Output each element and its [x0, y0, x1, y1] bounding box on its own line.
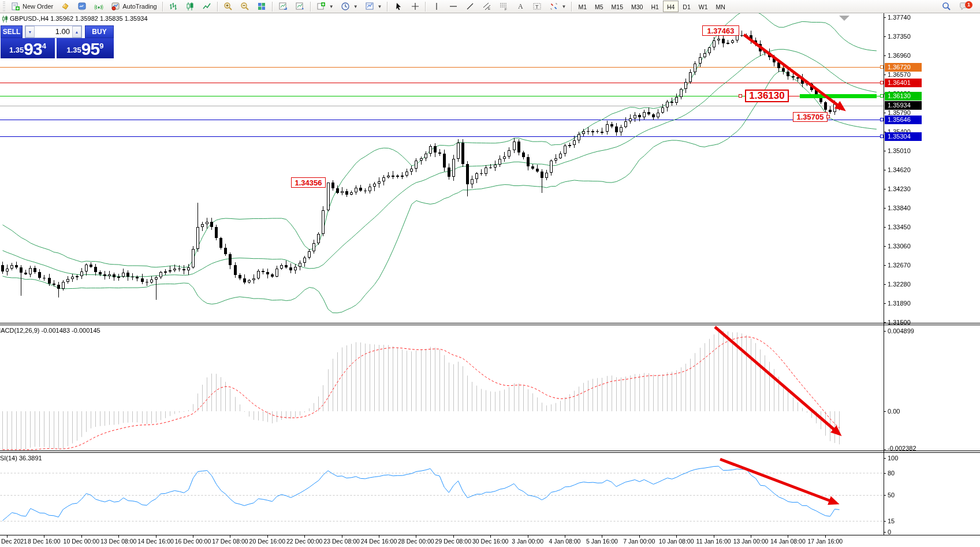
time-axis-label: 30 Dec 16:00 [472, 538, 508, 545]
price-axis-tick: 1.32670 [888, 262, 911, 269]
trendline-button[interactable] [461, 1, 478, 13]
price-axis-tick: 1.33450 [888, 224, 911, 230]
metaeditor-icon [60, 2, 70, 12]
autotrading-icon [110, 2, 120, 12]
price-level-badge: 1.35304 [885, 132, 922, 141]
rsi-axis-tick: 15 [888, 518, 895, 524]
price-axis-tick: 1.36570 [888, 71, 911, 78]
cursor-button[interactable] [390, 1, 407, 13]
period-button[interactable]: ▼ [337, 1, 362, 13]
clock-icon [341, 2, 351, 12]
signals-button[interactable] [90, 1, 107, 13]
tab-timeframe-m30[interactable]: M30 [627, 1, 647, 12]
horizontal-line-button[interactable] [445, 1, 461, 13]
tab-timeframe-m1[interactable]: M1 [574, 1, 591, 12]
tab-timeframe-h1[interactable]: H1 [647, 1, 662, 12]
volume-input[interactable]: 1.00 [35, 26, 72, 38]
level-anchor-handle[interactable] [880, 81, 884, 84]
toolbar-grip[interactable] [3, 2, 5, 11]
time-axis-label: 22 Dec 00:00 [286, 538, 322, 545]
bar-chart-button[interactable] [165, 1, 182, 13]
level-anchor-handle[interactable] [880, 65, 884, 69]
autotrading-button[interactable]: AutoTrading [107, 1, 161, 13]
sell-price-panel[interactable]: 1.35934 [1, 38, 55, 58]
price-axis-tick: 1.34620 [888, 166, 911, 173]
crosshair-button[interactable] [407, 1, 423, 13]
text-label-icon: T [532, 2, 542, 12]
price-shift-marker-icon[interactable] [839, 16, 849, 21]
line-chart-button[interactable] [199, 1, 215, 13]
profile-charts-button[interactable] [275, 1, 292, 13]
template-button[interactable]: ▼ [362, 1, 386, 13]
tab-timeframe-m5[interactable]: M5 [591, 1, 608, 12]
time-axis-label: 29 Dec 08:00 [435, 538, 471, 545]
sell-button[interactable]: SELL [1, 25, 23, 38]
dropdown-caret-icon: ▼ [378, 4, 382, 9]
tab-timeframe-w1[interactable]: W1 [695, 1, 712, 12]
equidistant-channel-button[interactable]: E [478, 1, 495, 13]
price-annotation[interactable]: 1.35705 [793, 112, 828, 122]
add-indicator-button[interactable]: ▼ [313, 1, 337, 13]
rsi-axis-tick: 80 [888, 470, 895, 477]
vertical-line-button[interactable] [428, 1, 445, 13]
time-axis-label: 8 Dec 16:00 [28, 538, 61, 545]
profile-charts-list-button[interactable] [292, 1, 308, 13]
search-button[interactable] [938, 1, 955, 13]
chart-canvas[interactable] [0, 0, 980, 547]
annotation-handle[interactable] [826, 115, 830, 118]
thick-green-level-segment[interactable] [800, 94, 877, 98]
current-price-badge: 1.35934 [885, 101, 922, 110]
price-axis-tick: 1.31890 [888, 300, 911, 307]
text-label-button[interactable]: T [528, 1, 545, 13]
buy-price-panel[interactable]: 1.35959 [57, 38, 114, 58]
dropdown-caret-icon: ▼ [329, 4, 334, 9]
zoom-out-button[interactable] [237, 1, 254, 13]
time-axis-label: 13 Jan 00:00 [733, 538, 769, 545]
sell-price-big: 93 [24, 40, 42, 58]
price-annotation[interactable]: 1.36130 [745, 90, 789, 102]
panel-divider[interactable] [0, 451, 980, 451]
tab-timeframe-h4[interactable]: H4 [663, 1, 679, 12]
annotation-handle[interactable] [739, 94, 742, 98]
cursor-icon [393, 2, 403, 12]
toolbar-separator [387, 2, 388, 12]
sell-price-pip: 4 [42, 35, 46, 58]
profile-charts-icon [278, 2, 288, 12]
notification-badge: 1 [965, 1, 972, 9]
candlestick-chart-icon [185, 2, 195, 12]
time-axis-label: Dec 2021 [1, 538, 27, 545]
tab-timeframe-m15[interactable]: M15 [608, 1, 627, 12]
symbol-chart-icon [2, 16, 9, 23]
level-anchor-handle[interactable] [880, 118, 884, 121]
tab-timeframe-d1[interactable]: D1 [679, 1, 694, 12]
zoom-in-button[interactable] [220, 1, 237, 13]
new-order-button[interactable]: New Order [7, 1, 57, 13]
terminal-button[interactable] [73, 1, 90, 13]
level-anchor-handle[interactable] [880, 135, 884, 138]
metaeditor-button[interactable] [57, 1, 73, 13]
text-button[interactable]: A [512, 1, 528, 13]
chart-ohlc-info: GBPUSD-,H4 1.35962 1.35982 1.35835 1.359… [10, 15, 148, 22]
notifications-button[interactable]: 1 [959, 1, 974, 12]
tile-windows-button[interactable] [254, 1, 270, 13]
trendline-icon [465, 2, 475, 12]
fibonacci-icon: F [498, 2, 508, 12]
volume-decrease-button[interactable]: ▼ [25, 26, 35, 38]
line-chart-icon [202, 2, 212, 12]
time-axis-label: 14 Dec 16:00 [137, 538, 173, 545]
panel-divider[interactable] [0, 325, 980, 325]
fibonacci-button[interactable]: F [495, 1, 512, 13]
dropdown-caret-icon: ▼ [353, 4, 358, 9]
svg-text:A: A [518, 2, 523, 10]
price-annotation[interactable]: 1.37463 [702, 25, 739, 36]
tile-windows-icon [257, 2, 267, 12]
price-level-badge: 1.35646 [885, 116, 922, 124]
panel-divider[interactable] [0, 323, 980, 323]
tab-timeframe-mn[interactable]: MN [712, 1, 729, 12]
arrows-button[interactable]: ▼ [545, 1, 569, 13]
panel-divider[interactable] [0, 452, 980, 453]
price-annotation[interactable]: 1.34356 [291, 177, 326, 188]
candlestick-chart-button[interactable] [182, 1, 199, 13]
level-anchor-handle[interactable] [880, 94, 884, 98]
volume-increase-button[interactable]: ▲ [72, 26, 81, 38]
